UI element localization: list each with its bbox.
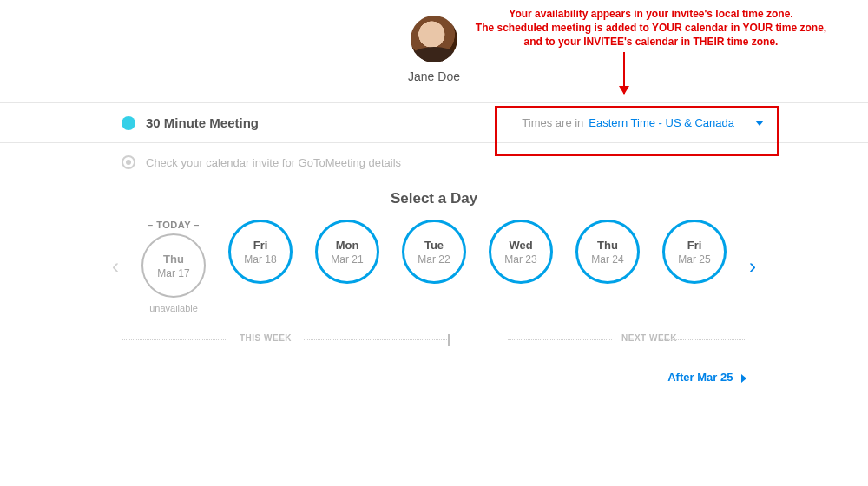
- event-title: 30 Minute Meeting: [146, 115, 259, 130]
- day-of-week: Thu: [163, 253, 184, 266]
- host-name: Jane Doe: [408, 69, 460, 83]
- timezone-label: Times are in: [522, 116, 583, 129]
- day-date: Mar 24: [591, 253, 623, 266]
- day-option[interactable]: Wed Mar 23: [484, 220, 557, 284]
- unavailable-label: unavailable: [149, 303, 198, 313]
- triangle-right-icon: [741, 374, 746, 383]
- day-of-week: Fri: [253, 239, 268, 252]
- dotted-line-icon: [660, 339, 746, 340]
- annotation-arrow-icon: [623, 52, 625, 94]
- day-option[interactable]: Mon Mar 21: [311, 220, 384, 284]
- after-date-link[interactable]: After Mar 25: [0, 346, 868, 384]
- day-option: – TODAY – Thu Mar 17 unavailable: [137, 220, 210, 313]
- calendar-note-row: Check your calendar invite for GoToMeeti…: [0, 143, 868, 176]
- week-divider: THIS WEEK NEXT WEEK: [122, 334, 746, 346]
- day-circle[interactable]: Fri Mar 18: [228, 220, 293, 284]
- day-of-week: Mon: [336, 239, 359, 252]
- next-arrow-icon[interactable]: ›: [741, 254, 764, 279]
- annotation-callout: Your availability appears in your invite…: [469, 7, 833, 49]
- annotation-line: Your availability appears in your invite…: [469, 7, 833, 21]
- calendar-note-text: Check your calendar invite for GoToMeeti…: [146, 156, 401, 169]
- day-option[interactable]: Tue Mar 22: [398, 220, 470, 284]
- day-circle[interactable]: Tue Mar 22: [402, 220, 466, 284]
- day-option[interactable]: Thu Mar 24: [571, 220, 644, 284]
- day-circle[interactable]: Mon Mar 21: [315, 220, 379, 284]
- day-of-week: Thu: [597, 239, 618, 252]
- event-bar: 30 Minute Meeting Times are in Eastern T…: [0, 102, 868, 143]
- day-option[interactable]: Fri Mar 25: [658, 220, 731, 284]
- day-circle[interactable]: Thu Mar 24: [575, 220, 640, 284]
- next-week-label: NEXT WEEK: [616, 333, 682, 343]
- day-of-week: Tue: [424, 239, 444, 252]
- day-date: Mar 18: [244, 253, 276, 266]
- avatar: [411, 16, 457, 62]
- select-day-title: Select a Day: [0, 190, 868, 207]
- day-picker: ‹ – TODAY – Thu Mar 17 unavailable Fri M…: [0, 220, 868, 313]
- annotation-line: and to your INVITEE's calendar in THEIR …: [469, 35, 833, 49]
- day-option[interactable]: Fri Mar 18: [224, 220, 297, 284]
- prev-arrow-icon: ‹: [104, 254, 127, 279]
- day-date: Mar 17: [157, 267, 189, 279]
- target-icon: [122, 155, 135, 169]
- timezone-selector[interactable]: Times are in Eastern Time - US & Canada: [522, 116, 764, 129]
- day-date: Mar 21: [331, 253, 363, 266]
- day-date: Mar 23: [504, 253, 536, 266]
- day-of-week: Fri: [687, 239, 702, 252]
- day-date: Mar 22: [418, 253, 450, 266]
- day-date: Mar 25: [678, 253, 710, 266]
- day-circle[interactable]: Wed Mar 23: [489, 220, 553, 284]
- day-of-week: Wed: [509, 239, 532, 252]
- today-marker: – TODAY –: [148, 220, 200, 230]
- timezone-value[interactable]: Eastern Time - US & Canada: [589, 116, 734, 129]
- dotted-line-icon: [122, 339, 226, 340]
- week-tick-icon: [448, 334, 450, 346]
- days-wrap: – TODAY – Thu Mar 17 unavailable Fri Mar…: [137, 220, 731, 313]
- dotted-line-icon: [508, 339, 612, 340]
- annotation-line: The scheduled meeting is added to YOUR c…: [469, 21, 833, 35]
- day-circle[interactable]: Fri Mar 25: [662, 220, 727, 284]
- dotted-line-icon: [304, 339, 447, 340]
- event-color-dot-icon: [122, 116, 135, 130]
- after-date-text: After Mar 25: [667, 371, 733, 384]
- this-week-label: THIS WEEK: [234, 333, 297, 343]
- chevron-down-icon[interactable]: [755, 121, 764, 126]
- day-circle-unavailable: Thu Mar 17: [141, 233, 206, 298]
